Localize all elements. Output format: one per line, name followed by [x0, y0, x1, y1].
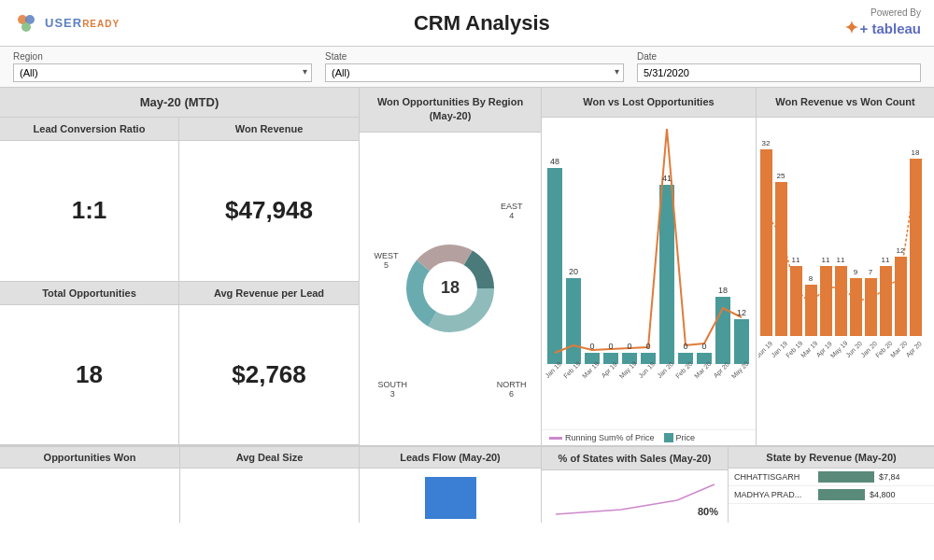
svg-text:41: 41 — [662, 174, 672, 183]
svg-rect-44 — [790, 266, 802, 336]
avg-rev-lead-cell: Avg Revenue per Lead $2,768 — [179, 282, 359, 446]
state-bar-2 — [818, 489, 865, 500]
svg-rect-45 — [805, 285, 817, 336]
donut-chart-area: WEST5 EAST4 SOUTH3 NORTH6 — [360, 133, 541, 445]
state-bar-1 — [818, 471, 874, 483]
total-opps-value: 18 — [76, 360, 103, 389]
svg-text:18: 18 — [441, 278, 460, 297]
state-val-2: $4,800 — [870, 490, 896, 499]
svg-rect-18 — [715, 297, 730, 364]
svg-text:12: 12 — [737, 308, 746, 317]
svg-text:11: 11 — [822, 256, 830, 264]
kpi-grid-top: Lead Conversion Ratio 1:1 Won Revenue $4… — [0, 118, 359, 445]
state-filter-group: State (All) ▾ — [325, 51, 624, 82]
svg-text:11: 11 — [792, 256, 800, 264]
filters-bar: Region (All) ▾ State (All) ▾ Date — [0, 47, 934, 88]
svg-rect-49 — [865, 278, 877, 336]
won-rev-count-header: Won Revenue vs Won Count — [757, 88, 934, 118]
won-vs-lost-panel: Won vs Lost Opportunities — [542, 88, 757, 445]
region-select[interactable]: (All) — [13, 63, 312, 82]
svg-text:32: 32 — [762, 139, 771, 147]
main-content: May-20 (MTD) Lead Conversion Ratio 1:1 W… — [0, 88, 934, 523]
state-val-1: $7,84 — [879, 472, 900, 482]
logo-area: USERREADY — [13, 10, 120, 36]
won-opps-region-panel: Won Opportunities By Region (May-20) WES… — [360, 88, 542, 445]
svg-text:11: 11 — [837, 256, 845, 264]
avg-deal-bottom-cell: Avg Deal Size — [180, 447, 360, 523]
avg-deal-bottom-label: Avg Deal Size — [180, 447, 359, 469]
region-filter-group: Region (All) ▾ — [13, 51, 312, 82]
tableau-branding: Powered By ✦ + tableau — [844, 7, 921, 38]
page-title: CRM Analysis — [414, 11, 550, 35]
mtd-header: May-20 (MTD) — [0, 88, 359, 118]
tableau-label: + tableau — [860, 21, 921, 36]
svg-text:0: 0 — [645, 342, 650, 351]
won-revenue-label: Won Revenue — [179, 118, 359, 141]
state-rev-header: State by Revenue (May-20) — [729, 447, 934, 469]
mtd-panel: May-20 (MTD) Lead Conversion Ratio 1:1 W… — [0, 88, 360, 445]
svg-rect-42 — [760, 149, 772, 336]
svg-rect-48 — [850, 278, 862, 336]
svg-text:0: 0 — [701, 342, 706, 351]
won-opps-bottom-label: Opportunities Won — [0, 447, 179, 469]
won-vs-lost-header: Won vs Lost Opportunities — [542, 88, 756, 118]
state-row-1: CHHATTISGARH $7,84 — [729, 469, 934, 486]
won-rev-count-panel: Won Revenue vs Won Count 32 — [757, 88, 934, 445]
won-opps-region-header: Won Opportunities By Region (May-20) — [360, 88, 541, 133]
avg-rev-lead-label: Avg Revenue per Lead — [179, 282, 359, 305]
svg-text:11: 11 — [882, 256, 890, 264]
svg-text:0: 0 — [627, 342, 631, 351]
svg-text:7: 7 — [869, 268, 873, 276]
leads-flow-chart — [360, 469, 541, 523]
total-opps-label: Total Opportunities — [0, 282, 178, 305]
south-label: SOUTH3 — [377, 380, 407, 399]
leads-bar — [425, 477, 476, 519]
logo-text: USERREADY — [45, 16, 120, 30]
svg-text:18: 18 — [912, 148, 920, 157]
state-select[interactable]: (All) — [325, 63, 624, 82]
won-rev-count-chart: 32 25 11 8 11 11 9 7 11 12 18 Jun 19 Jan… — [757, 118, 934, 445]
svg-text:48: 48 — [550, 157, 559, 166]
won-opps-bottom-cell: Opportunities Won — [0, 447, 180, 523]
svg-text:0: 0 — [589, 342, 594, 351]
avg-rev-lead-value: $2,768 — [232, 360, 306, 389]
state-label: State — [325, 51, 624, 62]
rev-count-svg: 32 25 11 8 11 11 9 7 11 12 18 Jun 19 Jan… — [758, 121, 932, 392]
svg-rect-51 — [895, 257, 907, 336]
svg-rect-50 — [880, 266, 892, 336]
won-revenue-cell: Won Revenue $47,948 — [179, 118, 359, 282]
west-label: WEST5 — [375, 251, 399, 270]
header: USERREADY CRM Analysis Powered By ✦ + ta… — [0, 0, 934, 47]
state-name-2: MADHYA PRAD... — [734, 490, 814, 499]
state-row-2: MADHYA PRAD... $4,800 — [729, 486, 934, 504]
date-label: Date — [637, 51, 921, 62]
svg-text:8: 8 — [809, 274, 814, 283]
east-label: EAST4 — [501, 202, 523, 220]
tableau-plus-icon: ✦ — [844, 18, 858, 38]
states-pct-chart: 80% — [542, 470, 728, 523]
svg-rect-10 — [566, 278, 581, 364]
svg-text:25: 25 — [777, 172, 785, 180]
top-row: May-20 (MTD) Lead Conversion Ratio 1:1 W… — [0, 88, 934, 446]
legend-price: Price — [664, 433, 696, 442]
bottom-row: Opportunities Won Avg Deal Size Leads Fl… — [0, 446, 934, 523]
pct-label: 80% — [698, 506, 718, 517]
svg-text:20: 20 — [569, 267, 578, 276]
leads-flow-panel: Leads Flow (May-20) — [360, 447, 542, 523]
svg-rect-47 — [835, 266, 847, 336]
svg-text:9: 9 — [854, 268, 858, 276]
date-input[interactable] — [637, 63, 921, 82]
legend-running-sum: Running Sum% of Price — [549, 433, 655, 442]
svg-text:0: 0 — [608, 342, 613, 351]
state-rows-container: CHHATTISGARH $7,84 MADHYA PRAD... $4,800 — [729, 469, 934, 523]
won-lost-legend: Running Sum% of Price Price — [542, 429, 756, 445]
svg-rect-43 — [775, 182, 787, 336]
north-label: NORTH6 — [497, 380, 527, 399]
svg-rect-9 — [547, 168, 562, 364]
region-label: Region — [13, 51, 312, 62]
lead-conversion-value: 1:1 — [72, 196, 107, 225]
date-filter-group: Date — [637, 51, 921, 82]
total-opps-cell: Total Opportunities 18 — [0, 282, 179, 446]
donut-chart: 18 — [399, 237, 502, 340]
won-lost-svg: 48 20 0 0 0 0 41 0 0 18 12 Jan 19 Feb 19… — [544, 121, 755, 392]
